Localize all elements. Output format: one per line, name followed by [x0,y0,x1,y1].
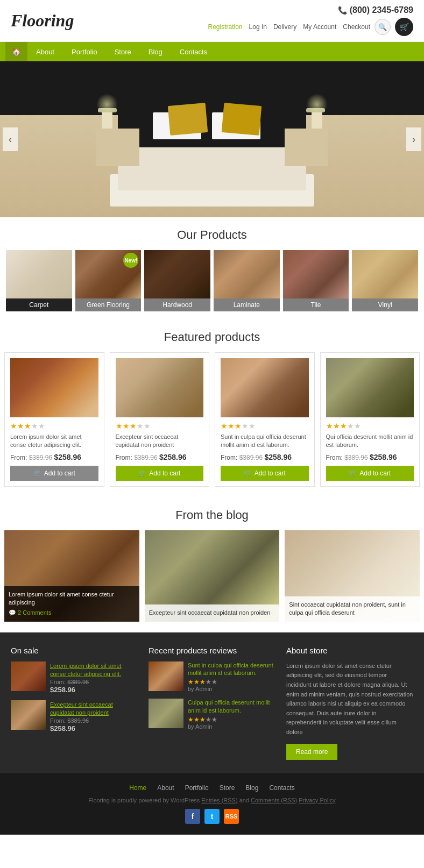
footer-nav-portfolio[interactable]: Portfolio [185,784,209,792]
blog-comments-1[interactable]: 2 Comments [9,609,135,617]
product-card-4: ★★★★★ Qui officia deserunt mollit anim i… [320,352,420,487]
on-sale-item-1: Lorem ipsum dolor sit amet conse ctetur … [11,661,138,694]
footer: Home About Portfolio Store Blog Contacts… [0,773,424,835]
tile-label: Tile [283,298,349,311]
login-link[interactable]: Log In [249,23,267,31]
checkout-link[interactable]: Checkout [343,23,370,31]
green-flooring-label: Green Flooring [75,298,142,311]
category-vinyl[interactable]: Vinyl [352,250,418,311]
blog-card-3[interactable]: Sint occaecat cupidatat non proident, su… [285,530,420,622]
add-to-cart-button-2[interactable]: 🛒 Add to cart [116,466,204,481]
nav-blog[interactable]: Blog [140,42,171,61]
review-by-2: by Admin [188,723,275,730]
slider-next-button[interactable]: › [406,127,421,151]
rss-icon[interactable]: RSS [224,809,239,824]
product-desc-1: Lorem ipsum dolor sit amet conse ctetur … [10,433,98,450]
review-stars-1: ★★★★★ [188,678,275,686]
carpet-label: Carpet [6,298,72,311]
phone-row: 📞 (800) 2345-6789 [208,5,413,15]
registration-link[interactable]: Registration [208,23,243,31]
header: Flooring 📞 (800) 2345-6789 Registration … [0,0,424,42]
footer-nav-contacts[interactable]: Contacts [269,784,294,792]
privacy-policy-link[interactable]: Privacy Policy [299,797,335,803]
vinyl-label: Vinyl [352,298,418,311]
category-tile[interactable]: Tile [283,250,349,311]
review-item-1: Sunt in culpa qui officia deserunt molli… [149,661,275,693]
hardwood-image [144,250,210,298]
product-new-price-3: $258.96 [264,453,292,461]
about-store-title: About store [286,646,413,655]
on-sale-price-2: $258.96 [50,724,138,732]
nav-contacts[interactable]: Contacts [171,42,216,61]
search-button[interactable]: 🔍 [374,19,391,35]
phone-icon: 📞 [338,6,347,15]
product-desc-4: Qui officia deserunt mollit anim id est … [326,433,414,450]
product-old-price-3: $389.96 [239,454,263,461]
nav-home[interactable]: 🏠 [5,42,27,61]
nav-store[interactable]: Store [106,42,140,61]
product-image-3 [221,358,309,417]
blog-section: From the blog Lorem ipsum dolor sit amet… [0,497,424,632]
product-old-price-2: $389.96 [134,454,157,461]
product-new-price-4: $258.96 [370,453,397,461]
rss-entries-link[interactable]: Entries (RSS) [201,797,237,803]
category-green-flooring[interactable]: New! Green Flooring [75,250,142,311]
slider-prev-button[interactable]: ‹ [3,127,18,151]
product-stars-1: ★★★★★ [10,422,98,430]
on-sale-text-2: Excepteur sint occaecat cupidatat non pr… [50,700,138,732]
review-text-block-2: Culpa qui officia deserunt mollit anim i… [188,699,275,730]
twitter-icon[interactable]: t [204,809,220,824]
featured-title: Featured products [4,319,420,352]
product-desc-2: Excepteur sint occaecat cupidatat non pr… [116,433,204,450]
blog-grid: Lorem ipsum dolor sit amet conse ctetur … [4,530,420,622]
phone-number: (800) 2345-6789 [350,5,413,15]
cart-button[interactable]: 🛒 [395,18,413,36]
category-carpet[interactable]: Carpet [6,250,72,311]
add-to-cart-button-4[interactable]: 🛒 Add to cart [326,466,414,481]
category-hardwood[interactable]: Hardwood [144,250,210,311]
footer-nav-blog[interactable]: Blog [245,784,258,792]
blog-card-2[interactable]: Excepteur sint occaecat cupidatat non pr… [145,530,280,622]
on-sale-link-2[interactable]: Excepteur sint occaecat cupidatat non pr… [50,701,113,716]
read-more-button[interactable]: Read more [286,744,337,760]
product-price-2: From: $389.96 $258.96 [116,453,204,461]
review-text-2[interactable]: Culpa qui officia deserunt mollit anim i… [188,699,275,714]
review-by-1: by Admin [188,686,275,692]
footer-nav-about[interactable]: About [157,784,174,792]
add-to-cart-button-1[interactable]: 🛒 Add to cart [10,466,98,481]
on-sale-text-1: Lorem ipsum dolor sit amet conse ctetur … [50,661,138,694]
categories-grid: Carpet New! Green Flooring Hardwood Lami… [0,250,424,319]
myaccount-link[interactable]: My Account [303,23,336,31]
product-price-3: From: $389.96 $258.96 [221,453,309,461]
products-grid: ★★★★★ Lorem ipsum dolor sit amet conse c… [4,352,420,487]
header-right: 📞 (800) 2345-6789 Registration Log In De… [208,5,413,36]
review-text-1[interactable]: Sunt in culpa qui officia deserunt molli… [188,661,275,677]
review-thumb-2 [149,699,183,728]
product-from-2: From: [116,454,135,461]
delivery-link[interactable]: Delivery [273,23,296,31]
nav-portfolio[interactable]: Portfolio [63,42,106,61]
hero-slider: ‹ › [0,61,424,217]
product-from-4: From: [326,454,345,461]
product-from-3: From: [221,454,239,461]
cart-icon-1: 🛒 [33,469,41,477]
on-sale-column: On sale Lorem ipsum dolor sit amet conse… [11,646,138,760]
facebook-icon[interactable]: f [185,809,200,824]
logo: Flooring [11,11,74,31]
footer-nav-store[interactable]: Store [220,784,235,792]
footer-nav-home[interactable]: Home [129,784,146,792]
on-sale-link-1[interactable]: Lorem ipsum dolor sit amet conse ctetur … [50,663,122,677]
rss-comments-link[interactable]: Comments (RSS) [251,797,297,803]
hardwood-label: Hardwood [144,298,210,311]
category-laminate[interactable]: Laminate [214,250,280,311]
featured-section: Featured products ★★★★★ Lorem ipsum dolo… [0,319,424,497]
product-card-1: ★★★★★ Lorem ipsum dolor sit amet conse c… [4,352,104,487]
product-stars-4: ★★★★★ [326,422,414,430]
tile-image [283,250,349,298]
bottom-section: On sale Lorem ipsum dolor sit amet conse… [0,632,424,773]
on-sale-thumb-2 [11,700,46,730]
nav-about[interactable]: About [27,42,63,61]
blog-card-1[interactable]: Lorem ipsum dolor sit amet conse ctetur … [4,530,139,622]
on-sale-price-1: $258.96 [50,686,138,694]
add-to-cart-button-3[interactable]: 🛒 Add to cart [221,466,309,481]
